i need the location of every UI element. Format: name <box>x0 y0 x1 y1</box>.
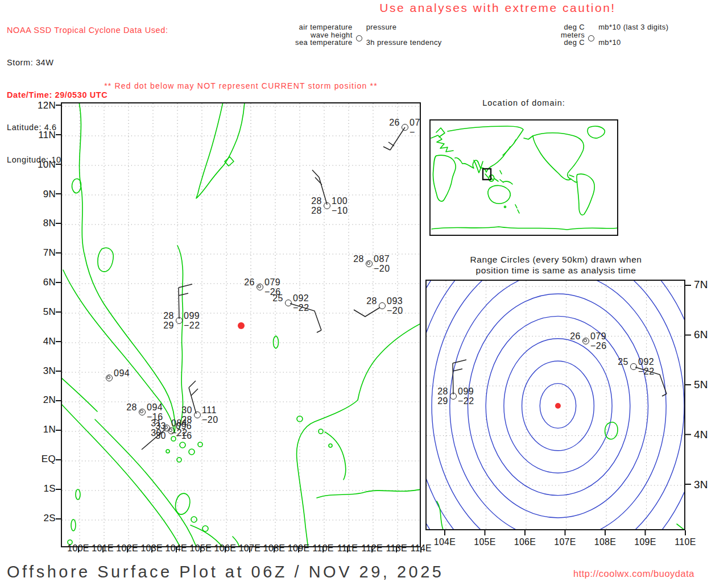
station-air-temp: 28 <box>437 387 448 396</box>
station-sea-temp: 28 <box>311 206 322 215</box>
station-pressure: 092 <box>638 357 654 366</box>
station-tendency: −22 <box>638 367 655 376</box>
station-pressure: 07 <box>410 118 420 127</box>
storm-position-dot <box>555 403 561 409</box>
station-tendency: −10 <box>332 206 348 215</box>
station-pressure: 096 <box>176 422 192 430</box>
station-air-temp: 26 <box>389 118 400 127</box>
station-tendency: −22 <box>458 397 474 405</box>
station-pressure: 100 <box>332 197 348 205</box>
station-air-temp: 28 <box>163 311 174 320</box>
station-tendency: −16 <box>176 431 192 440</box>
station-sea-temp: 30 <box>155 431 166 440</box>
source-url[interactable]: http://coolwx.com/buoydata <box>573 568 694 579</box>
station-sea-temp: 29 <box>437 397 448 405</box>
station-air-temp: 26 <box>570 332 581 340</box>
station-air-temp: 25 <box>618 357 628 366</box>
station-circle <box>106 375 113 381</box>
station-circle <box>379 302 386 309</box>
station-circle <box>176 317 183 324</box>
station-air-temp: 33 <box>155 422 166 430</box>
station-circle <box>168 427 175 434</box>
station-pressure: 099 <box>458 387 474 396</box>
station-circle <box>450 393 457 400</box>
station-tendency: −22 <box>293 304 309 312</box>
station-sea-temp: 29 <box>163 321 174 330</box>
station-tendency: −20 <box>387 306 403 315</box>
station-circle <box>402 124 408 131</box>
offshore-surface-plot-page: NOAA SSD Tropical Cyclone Data Used: Sto… <box>0 0 728 582</box>
station-pressure: 094 <box>114 369 130 377</box>
station-air-temp: 28 <box>311 197 322 205</box>
storm-position-dot <box>238 322 245 329</box>
plot-title: Offshore Surface Plot at 06Z / NOV 29, 2… <box>7 563 444 581</box>
station-air-temp: 28 <box>366 297 377 305</box>
station-circle <box>630 363 637 370</box>
station-tendency: − <box>410 128 415 136</box>
station-pressure: 099 <box>184 311 200 320</box>
station-circle <box>324 202 330 209</box>
station-circle <box>285 300 292 306</box>
station-pressure: 093 <box>387 297 403 305</box>
station-tendency: −22 <box>184 321 200 330</box>
station-air-temp: 25 <box>272 294 283 302</box>
station-pressure: 092 <box>293 294 309 302</box>
